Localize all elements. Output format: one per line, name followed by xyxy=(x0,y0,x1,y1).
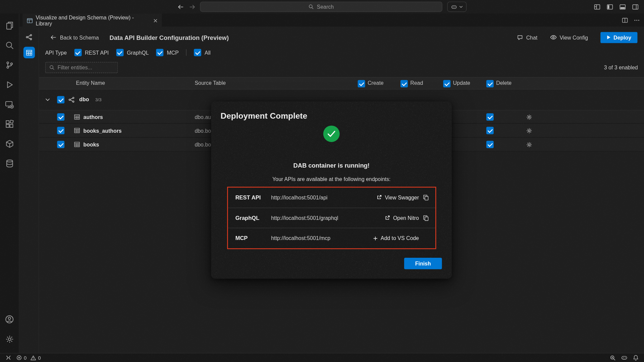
error-count: 0 xyxy=(24,355,26,361)
entity-name: books_authors xyxy=(84,124,122,137)
filter-entities-input[interactable] xyxy=(57,64,114,70)
copilot-icon xyxy=(451,4,457,10)
panel-right-icon[interactable] xyxy=(632,3,639,10)
source-control-icon xyxy=(5,61,14,69)
split-editor-icon[interactable] xyxy=(622,17,628,23)
row-select-checkbox[interactable] xyxy=(57,127,64,134)
remote-icon[interactable] xyxy=(5,355,11,360)
deploy-label: Deploy xyxy=(613,34,631,40)
read-all-checkbox[interactable] xyxy=(400,80,408,87)
table-icon xyxy=(74,128,80,133)
deployment-complete-dialog: Deployment Complete DAB container is run… xyxy=(211,101,452,279)
copy-icon[interactable] xyxy=(423,194,429,200)
page-title: Data API Builder Configuration (Preview) xyxy=(110,34,229,41)
activity-source-control[interactable] xyxy=(0,55,19,75)
panel-left-icon[interactable] xyxy=(607,3,613,10)
update-all-checkbox[interactable] xyxy=(443,80,450,87)
layout-customize-icon[interactable] xyxy=(594,3,601,10)
activity-remote-explorer[interactable] xyxy=(0,95,19,114)
graphql-label: GraphQL xyxy=(127,50,149,56)
activity-extensions[interactable] xyxy=(0,114,19,134)
activity-bar xyxy=(0,13,19,353)
view-config-button[interactable]: View Config xyxy=(550,34,588,40)
activity-database[interactable] xyxy=(0,154,19,173)
group-count: 3/3 xyxy=(95,93,102,107)
copilot-icon[interactable] xyxy=(621,355,628,361)
success-check-icon xyxy=(323,126,340,142)
op-delete-checkbox[interactable] xyxy=(486,113,494,121)
op-delete-checkbox[interactable] xyxy=(486,141,494,148)
extensions-icon xyxy=(5,120,14,128)
filter-entities-box xyxy=(45,62,118,73)
settings-gear-icon xyxy=(5,335,14,344)
graphql-checkbox[interactable] xyxy=(116,49,123,56)
row-settings-gear-icon[interactable] xyxy=(526,141,532,147)
activity-run-debug[interactable] xyxy=(0,75,19,95)
all-checkbox[interactable] xyxy=(194,49,201,56)
titlebar: Search xyxy=(0,0,644,13)
endpoint-row: REST API http://localhost:5001/api View … xyxy=(228,188,435,208)
row-settings-gear-icon[interactable] xyxy=(526,114,532,120)
rest-api-label: REST API xyxy=(85,50,109,56)
bell-icon[interactable] xyxy=(633,355,639,361)
activity-explorer[interactable] xyxy=(0,16,19,36)
tab-title: Visualize and Design Schema (Preview) - … xyxy=(36,14,151,27)
chevron-down-icon xyxy=(459,6,463,8)
problems-indicator[interactable]: 0 0 xyxy=(16,355,41,361)
vscode-window: Search Visualize and Design Schema (Prev… xyxy=(0,0,644,362)
chevron-down-icon[interactable] xyxy=(45,98,50,102)
status-bar: 0 0 xyxy=(0,353,644,362)
deploy-button[interactable]: Deploy xyxy=(600,32,638,43)
rest-api-checkbox[interactable] xyxy=(74,49,82,56)
table-config-icon xyxy=(26,50,33,56)
table-icon xyxy=(74,114,80,120)
arrow-left-icon xyxy=(51,35,56,40)
command-center-search[interactable]: Search xyxy=(200,2,442,12)
activity-database-projects[interactable] xyxy=(0,134,19,154)
entity-name-header: Entity Name xyxy=(76,77,105,89)
delete-all-checkbox[interactable] xyxy=(486,80,494,87)
forward-arrow-icon[interactable] xyxy=(189,4,195,9)
mcp-checkbox[interactable] xyxy=(156,49,164,56)
endpoint-row: MCP http://localhost:5001/mcp Add to VS … xyxy=(228,228,435,248)
add-to-vscode-link[interactable]: Add to VS Code xyxy=(373,235,419,241)
tab-schema-designer[interactable]: Visualize and Design Schema (Preview) - … xyxy=(22,13,162,27)
close-icon[interactable] xyxy=(153,18,158,22)
database-icon xyxy=(5,159,14,168)
more-actions-icon[interactable] xyxy=(634,17,640,23)
view-swagger-link[interactable]: View Swagger xyxy=(376,194,419,200)
table-icon xyxy=(74,141,80,147)
database-project-icon xyxy=(5,139,14,148)
op-delete-checkbox[interactable] xyxy=(486,127,494,134)
table-config-tab[interactable] xyxy=(23,47,35,58)
chat-label: Chat xyxy=(526,34,538,40)
row-select-checkbox[interactable] xyxy=(57,113,64,121)
endpoint-name: MCP xyxy=(235,235,271,241)
panel-bottom-icon[interactable] xyxy=(620,3,626,10)
create-all-checkbox[interactable] xyxy=(358,80,365,87)
divider xyxy=(186,49,186,56)
activity-search[interactable] xyxy=(0,35,19,55)
api-type-row: API Type REST API GraphQL MCP All xyxy=(45,48,211,56)
copilot-menu-button[interactable] xyxy=(447,2,467,12)
schema-designer-tab[interactable] xyxy=(23,32,35,42)
update-header: Update xyxy=(453,77,470,89)
copy-icon[interactable] xyxy=(423,215,429,221)
zoom-icon[interactable] xyxy=(610,355,615,361)
open-nitro-link[interactable]: Open Nitro xyxy=(384,215,419,221)
row-settings-gear-icon[interactable] xyxy=(526,128,532,134)
chat-button[interactable]: Chat xyxy=(517,34,537,40)
schema-preview-icon xyxy=(27,17,33,23)
remote-explorer-icon xyxy=(5,100,14,109)
finish-button[interactable]: Finish xyxy=(404,258,442,269)
activity-settings[interactable] xyxy=(0,329,19,349)
back-arrow-icon[interactable] xyxy=(178,4,183,9)
row-select-checkbox[interactable] xyxy=(57,141,64,148)
dialog-title: Deployment Complete xyxy=(221,111,308,121)
error-icon xyxy=(16,355,22,360)
back-to-schema-button[interactable]: Back to Schema xyxy=(51,34,99,40)
status-message: DAB container is running! xyxy=(211,162,452,169)
enabled-summary: 3 of 3 enabled xyxy=(604,64,638,70)
group-select-checkbox[interactable] xyxy=(57,96,64,104)
activity-account[interactable] xyxy=(0,309,19,329)
